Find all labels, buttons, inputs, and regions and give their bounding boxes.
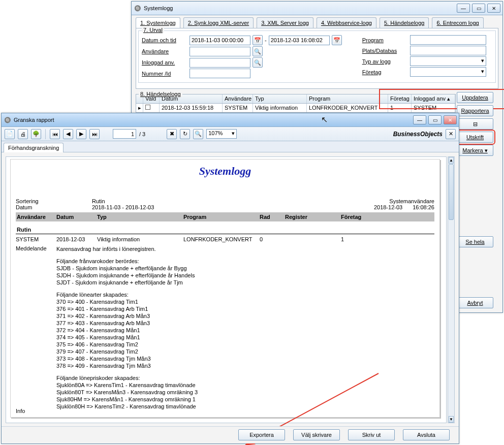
- minimize-button[interactable]: —: [457, 4, 470, 13]
- report-line: SJDT - Sjukdom insjuknande + efterföljan…: [56, 279, 434, 286]
- report-line: SJDH - Sjukdom insjuknande + efterföljan…: [56, 272, 434, 279]
- rutin-subtitle: Rutin: [16, 227, 434, 233]
- typ-select[interactable]: ▾: [410, 56, 486, 66]
- utskrift-button[interactable]: Utskrift: [457, 132, 493, 143]
- handelselogg-legend: 8. Händelselogg: [139, 91, 182, 97]
- export-icon[interactable]: 📄: [5, 129, 15, 139]
- systemlogg-titlebar: 🔘 Systemlogg — ▭ ✕: [132, 2, 502, 15]
- report-line: 375 => 406 - Karensavdrag Tim2: [56, 341, 434, 348]
- cursor-icon: ↖: [321, 115, 328, 124]
- program-input[interactable]: [410, 35, 486, 45]
- meta-sortering-label: Sortering: [16, 198, 56, 204]
- maximize-button[interactable]: ▭: [472, 4, 485, 13]
- preview-icon: 🔘: [4, 116, 12, 124]
- report-line: 373 => 408 - Karensavdrag Tjm Mån3: [56, 355, 434, 362]
- preview-titlebar: 🔘 Granska rapport — ▭ ✕: [2, 113, 459, 127]
- grid-header: Vald Datum Användare Typ Program Företag…: [136, 94, 456, 104]
- label-plats: Plats/Databas: [362, 48, 408, 54]
- valj-skrivare-button[interactable]: Välj skrivare: [293, 429, 340, 440]
- avsluta-button[interactable]: Avsluta: [403, 429, 450, 440]
- report-line: Sjuklön80T => KarensMån3 - Karensavdrag …: [56, 389, 434, 396]
- brand-close-icon[interactable]: ✕: [446, 129, 456, 139]
- label-inloggad: Inloggad anv.: [142, 59, 187, 66]
- rapportera-button[interactable]: Rapportera: [457, 105, 493, 116]
- label-datum: Datum och tid: [142, 37, 187, 43]
- preview-close-button[interactable]: ✕: [444, 115, 457, 124]
- last-page-icon[interactable]: ⏭: [89, 129, 100, 139]
- foretag-select[interactable]: ▾: [410, 67, 486, 77]
- preview-minimize-button[interactable]: —: [413, 115, 426, 124]
- meta-date: 2018-12-03: [374, 204, 402, 210]
- report-line: 374 => 405 - Karensavdrag Mån1: [56, 334, 434, 341]
- window-title: Systemlogg: [144, 5, 173, 11]
- preview-maximize-button[interactable]: ▭: [428, 115, 442, 124]
- sehela-button[interactable]: Se hela: [457, 236, 493, 247]
- label-program: Program: [362, 37, 408, 43]
- meta-systemanvandare: Systemanvändare: [389, 198, 434, 204]
- tab-systemlogg[interactable]: 1. Systemlogg: [136, 17, 180, 28]
- meta-sortering-value: Rutin: [92, 198, 105, 204]
- brand-logo: BusinessObjects: [393, 131, 443, 138]
- label-nummer: Nummer /Id: [142, 71, 187, 77]
- meta-datum-value: 2018-11-03 - 2018-12-03: [92, 204, 154, 210]
- subtab-preview[interactable]: Förhandsgranskning: [4, 143, 64, 152]
- stop-icon[interactable]: ✖: [167, 129, 177, 139]
- tab-xmlserver[interactable]: 3. XML Server logg: [257, 17, 313, 28]
- tab-handelselogg[interactable]: 5. Händelselogg: [380, 17, 429, 28]
- report-line: 379 => 407 - Karensavdrag Tim2: [56, 348, 434, 355]
- vertical-scrollbar[interactable]: ▲ ▼: [448, 156, 455, 423]
- label-anvandare: Användare: [142, 48, 187, 54]
- tab-synklogg[interactable]: 2. Synk.logg XML-server: [183, 17, 254, 28]
- label-typ: Typ av logg: [362, 58, 408, 65]
- exportera-button[interactable]: Exportera: [238, 429, 285, 440]
- refresh-icon[interactable]: ↻: [180, 129, 190, 139]
- print-icon[interactable]: 🖨: [18, 129, 28, 139]
- calendar-from-icon[interactable]: 📅: [253, 35, 263, 45]
- report-line: Sjuklön80A => KarensTim1 - Karensavdrag …: [56, 382, 434, 389]
- collapse-button[interactable]: ⊟: [457, 118, 493, 130]
- report-line: 371 => 402 - Karensavdrag Arb Mån3: [56, 312, 434, 320]
- page-total: / 3: [139, 131, 145, 137]
- report-line: 378 => 409 - Karensavdrag Tjm Mån3: [56, 362, 434, 369]
- report-line: Sjuk80HM => KarensMån1 - Karensavdrag om…: [56, 396, 434, 403]
- markera-button[interactable]: Markera ▾: [457, 145, 493, 156]
- plats-input[interactable]: [410, 46, 486, 55]
- table-row[interactable]: ▸ 2018-12-03 15:59:18 SYSTEM Viktig info…: [136, 104, 456, 113]
- info-label: Info: [16, 408, 25, 414]
- meddelande-label: Meddelande: [16, 245, 56, 410]
- next-page-icon[interactable]: ▶: [76, 129, 86, 139]
- report-line: SJDB - Sjukdom insjuknande + efterföljan…: [56, 265, 434, 272]
- report-line: Sjuklön80H => KarensTim2 - Karensavdrag …: [56, 403, 434, 410]
- tab-entrecom[interactable]: 6. Entrecom logg: [432, 17, 483, 28]
- avbryt-button[interactable]: Avbryt: [457, 297, 493, 308]
- search-anvandare-icon[interactable]: 🔍: [253, 46, 263, 56]
- first-page-icon[interactable]: ⏮: [50, 129, 60, 139]
- urval-legend: 7. Urval: [142, 27, 164, 33]
- date-to-input[interactable]: [269, 36, 330, 45]
- meta-time: 16:08:26: [413, 204, 434, 210]
- nummer-input[interactable]: [190, 69, 250, 78]
- inloggad-input[interactable]: [190, 58, 250, 68]
- skriv-ut-button[interactable]: Skriv ut: [348, 429, 395, 440]
- report-line: 377 => 403 - Karensavdrag Arb Mån3: [56, 320, 434, 327]
- search-inloggad-icon[interactable]: 🔍: [253, 57, 263, 68]
- uppdatera-button[interactable]: Uppdatera: [457, 92, 493, 103]
- preview-title: Granska rapport: [14, 117, 54, 123]
- close-button[interactable]: ✕: [487, 4, 500, 13]
- anvandare-input[interactable]: [190, 47, 250, 56]
- report-line: 372 => 404 - Karensavdrag Mån1: [56, 327, 434, 334]
- label-foretag: Företag: [362, 69, 408, 75]
- zoom-select[interactable]: 107%▾: [206, 129, 237, 139]
- report-line: 376 => 401 - Karensavdrag Arb Tim1: [56, 305, 434, 312]
- search-icon[interactable]: 🔍: [193, 129, 203, 139]
- meta-datum-label: Datum: [16, 204, 56, 210]
- page-current-input[interactable]: [113, 129, 136, 139]
- tab-webservice[interactable]: 4. Webbservice-logg: [317, 17, 376, 28]
- tree-icon[interactable]: 🌳: [31, 129, 41, 139]
- calendar-to-icon[interactable]: 📅: [332, 35, 342, 45]
- report-line: 370 => 400 - Karensavdrag Tim1: [56, 298, 434, 305]
- date-from-input[interactable]: [190, 36, 250, 45]
- prev-page-icon[interactable]: ◀: [63, 129, 73, 139]
- app-icon: 🔘: [134, 4, 142, 12]
- report-title: Systemlogg: [16, 165, 434, 178]
